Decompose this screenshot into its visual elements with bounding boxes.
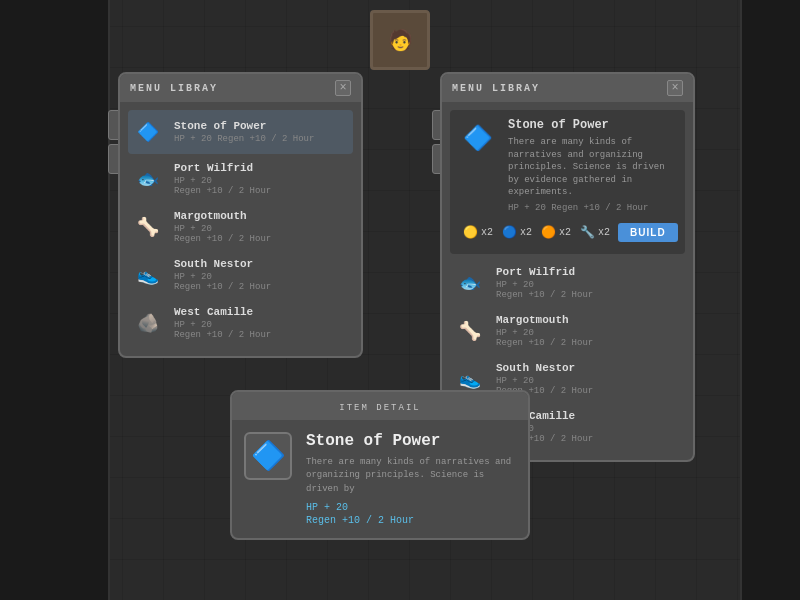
item-icon-3: 👟 bbox=[132, 259, 164, 291]
item-stat1-3: HP + 20 bbox=[174, 272, 349, 282]
detail-header: ITEM DETAIL bbox=[232, 392, 528, 420]
detail-panel: ITEM DETAIL 🔷 Stone of Power There are m… bbox=[230, 390, 530, 541]
item-info-0: Stone of Power HP + 20 Regen +10 / 2 Hou… bbox=[174, 120, 349, 144]
portrait: 🧑 bbox=[370, 10, 430, 70]
right-close-button[interactable]: × bbox=[667, 80, 683, 96]
detail-stat-regen: Regen +10 / 2 Hour bbox=[306, 515, 516, 526]
right-selected-item: 🔷 Stone of Power There are many kinds of… bbox=[450, 110, 685, 254]
item-name-2: Margotmouth bbox=[174, 210, 349, 222]
right-item-info-1: Margotmouth HP + 20 Regen +10 / 2 Hour bbox=[496, 314, 681, 348]
left-list-item[interactable]: 🔷 Stone of Power HP + 20 Regen +10 / 2 H… bbox=[128, 110, 353, 154]
item-stat1-1: HP + 20 bbox=[174, 176, 349, 186]
blue-count: x2 bbox=[520, 227, 532, 238]
resource-blue: 🔵 x2 bbox=[501, 224, 532, 240]
orange-count: x2 bbox=[559, 227, 571, 238]
right-item-name-0: Port Wilfrid bbox=[496, 266, 681, 278]
item-info-4: West Camille HP + 20 Regen +10 / 2 Hour bbox=[174, 306, 349, 340]
detail-item-desc: There are many kinds of narratives and o… bbox=[306, 456, 516, 497]
gold-count: x2 bbox=[481, 227, 493, 238]
right-selected-stat: HP + 20 Regen +10 / 2 Hour bbox=[508, 203, 677, 213]
left-item-list: 🔷 Stone of Power HP + 20 Regen +10 / 2 H… bbox=[128, 110, 353, 346]
right-item-info-0: Port Wilfrid HP + 20 Regen +10 / 2 Hour bbox=[496, 266, 681, 300]
detail-info: Stone of Power There are many kinds of n… bbox=[306, 432, 516, 527]
tool-icon: 🔧 bbox=[579, 224, 595, 240]
orange-icon: 🟠 bbox=[540, 224, 556, 240]
left-close-button[interactable]: × bbox=[335, 80, 351, 96]
right-item-stat1-1: HP + 20 bbox=[496, 328, 681, 338]
item-name-1: Port Wilfrid bbox=[174, 162, 349, 174]
right-item-icon-0: 🐟 bbox=[454, 267, 486, 299]
right-panel-header: MENU LIBRAY × bbox=[442, 74, 693, 102]
left-list-item[interactable]: 🪨 West Camille HP + 20 Regen +10 / 2 Hou… bbox=[128, 300, 353, 346]
item-info-2: Margotmouth HP + 20 Regen +10 / 2 Hour bbox=[174, 210, 349, 244]
right-item-stat1-2: HP + 20 bbox=[496, 376, 681, 386]
item-stat2-3: Regen +10 / 2 Hour bbox=[174, 282, 349, 292]
item-icon-4: 🪨 bbox=[132, 307, 164, 339]
left-panel-header: MENU LIBRAY × bbox=[120, 74, 361, 102]
item-stat2-4: Regen +10 / 2 Hour bbox=[174, 330, 349, 340]
right-item-icon-1: 🦴 bbox=[454, 315, 486, 347]
item-name-3: South Nestor bbox=[174, 258, 349, 270]
item-name-4: West Camille bbox=[174, 306, 349, 318]
tool-count: x2 bbox=[598, 227, 610, 238]
right-item-stat2-1: Regen +10 / 2 Hour bbox=[496, 338, 681, 348]
gold-icon: 🟡 bbox=[462, 224, 478, 240]
detail-stat-hp: HP + 20 bbox=[306, 502, 516, 513]
detail-title: ITEM DETAIL bbox=[339, 403, 420, 413]
right-selected-desc: There are many kinds of narratives and o… bbox=[508, 136, 677, 199]
build-resources-row: 🟡 x2 🔵 x2 🟠 x2 🔧 x2 BUILD bbox=[458, 219, 677, 246]
right-item-name-1: Margotmouth bbox=[496, 314, 681, 326]
detail-body: 🔷 Stone of Power There are many kinds of… bbox=[232, 420, 528, 539]
item-icon-1: 🐟 bbox=[132, 163, 164, 195]
right-selected-icon: 🔷 bbox=[458, 118, 498, 158]
blue-icon: 🔵 bbox=[501, 224, 517, 240]
bg-left-panel bbox=[0, 0, 110, 600]
left-panel-title: MENU LIBRAY bbox=[130, 83, 218, 94]
right-selected-info: Stone of Power There are many kinds of n… bbox=[508, 118, 677, 213]
item-icon-2: 🦴 bbox=[132, 211, 164, 243]
right-list-item[interactable]: 🐟 Port Wilfrid HP + 20 Regen +10 / 2 Hou… bbox=[450, 260, 685, 306]
left-list-item[interactable]: 🦴 Margotmouth HP + 20 Regen +10 / 2 Hour bbox=[128, 204, 353, 250]
right-panel-title: MENU LIBRAY bbox=[452, 83, 540, 94]
build-button[interactable]: BUILD bbox=[618, 223, 678, 242]
resource-tool: 🔧 x2 bbox=[579, 224, 610, 240]
left-menu-panel: MENU LIBRAY × 🔷 Stone of Power HP + 20 R… bbox=[118, 72, 363, 358]
item-stat1-2: HP + 20 bbox=[174, 224, 349, 234]
item-stat2-1: Regen +10 / 2 Hour bbox=[174, 186, 349, 196]
right-top-content: 🔷 Stone of Power There are many kinds of… bbox=[458, 118, 677, 213]
right-item-stat2-0: Regen +10 / 2 Hour bbox=[496, 290, 681, 300]
left-list-item[interactable]: 🐟 Port Wilfrid HP + 20 Regen +10 / 2 Hou… bbox=[128, 156, 353, 202]
resource-gold: 🟡 x2 bbox=[462, 224, 493, 240]
item-info-3: South Nestor HP + 20 Regen +10 / 2 Hour bbox=[174, 258, 349, 292]
item-stat1-0: HP + 20 Regen +10 / 2 Hour bbox=[174, 134, 349, 144]
bg-right-panel bbox=[740, 0, 800, 600]
detail-icon: 🔷 bbox=[244, 432, 292, 480]
right-selected-name: Stone of Power bbox=[508, 118, 677, 132]
left-list-item[interactable]: 👟 South Nestor HP + 20 Regen +10 / 2 Hou… bbox=[128, 252, 353, 298]
right-item-stat1-0: HP + 20 bbox=[496, 280, 681, 290]
right-list-item[interactable]: 🦴 Margotmouth HP + 20 Regen +10 / 2 Hour bbox=[450, 308, 685, 354]
item-name-0: Stone of Power bbox=[174, 120, 349, 132]
right-item-name-2: South Nestor bbox=[496, 362, 681, 374]
item-stat2-2: Regen +10 / 2 Hour bbox=[174, 234, 349, 244]
left-panel-body: 🔷 Stone of Power HP + 20 Regen +10 / 2 H… bbox=[120, 102, 361, 356]
item-stat1-4: HP + 20 bbox=[174, 320, 349, 330]
resource-orange: 🟠 x2 bbox=[540, 224, 571, 240]
item-info-1: Port Wilfrid HP + 20 Regen +10 / 2 Hour bbox=[174, 162, 349, 196]
item-icon-0: 🔷 bbox=[132, 116, 164, 148]
detail-item-name: Stone of Power bbox=[306, 432, 516, 450]
